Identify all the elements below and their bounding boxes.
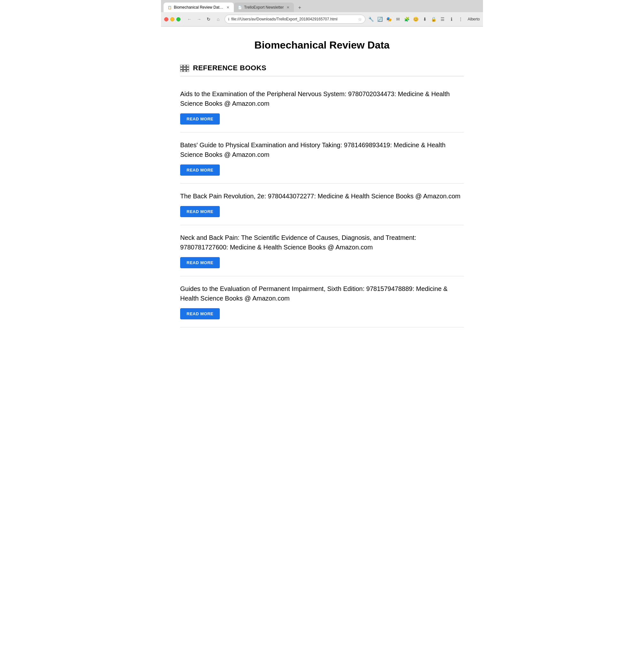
book-item-1: Aids to the Examination of the Periphera… — [180, 81, 464, 133]
book-list: Aids to the Examination of the Periphera… — [180, 81, 464, 327]
page-content: Biomechanical Review Data REFERENCE BOOK… — [161, 26, 483, 340]
svg-rect-1 — [183, 65, 186, 67]
tab-favicon-inactive: 📄 — [238, 5, 242, 9]
book-title-4: Neck and Back Pain: The Scientific Evide… — [180, 233, 464, 252]
address-info-icon: ℹ — [228, 17, 229, 21]
svg-rect-5 — [187, 67, 189, 69]
read-more-button-5[interactable]: READ MORE — [180, 308, 220, 319]
read-more-button-1[interactable]: READ MORE — [180, 113, 220, 124]
book-item-4: Neck and Back Pain: The Scientific Evide… — [180, 225, 464, 276]
svg-rect-7 — [183, 70, 186, 72]
book-title-3: The Back Pain Revolution, 2e: 9780443072… — [180, 191, 464, 201]
extension-icon-6[interactable]: 😊 — [412, 15, 420, 23]
bookmark-star-icon[interactable]: ☆ — [358, 17, 362, 22]
section-icon — [180, 64, 189, 72]
svg-rect-8 — [187, 70, 189, 72]
extension-icon-5[interactable]: 🧩 — [403, 15, 411, 23]
reload-button[interactable]: ↻ — [204, 15, 213, 24]
extension-icon-2[interactable]: 🔄 — [376, 15, 384, 23]
svg-rect-4 — [183, 67, 186, 69]
tab-close-inactive[interactable]: ✕ — [285, 5, 290, 9]
extension-icon-1[interactable]: 🔧 — [367, 15, 375, 23]
book-item-5: Guides to the Evaluation of Permanent Im… — [180, 276, 464, 327]
book-title-1: Aids to the Examination of the Periphera… — [180, 89, 464, 108]
read-more-button-4[interactable]: READ MORE — [180, 257, 220, 268]
section-title: REFERENCE BOOKS — [193, 64, 267, 72]
extension-icon-7[interactable]: ⬇ — [421, 15, 429, 23]
traffic-lights — [164, 17, 181, 21]
svg-rect-0 — [180, 65, 183, 67]
traffic-light-close[interactable] — [164, 17, 168, 21]
section-header: REFERENCE BOOKS — [180, 64, 464, 76]
tab-title-inactive: TrelloExport Newsletter — [244, 5, 284, 9]
tab-close-active[interactable]: ✕ — [226, 5, 230, 9]
extension-icon-4[interactable]: ✉ — [394, 15, 402, 23]
nav-buttons: ← → ↻ ⌂ — [185, 15, 223, 24]
user-name: Alberto — [468, 17, 480, 21]
extension-icon-menu[interactable]: ⋮ — [457, 15, 464, 23]
back-button[interactable]: ← — [185, 15, 194, 24]
extension-icon-8[interactable]: 🔒 — [430, 15, 438, 23]
toolbar-extensions: 🔧 🔄 🎭 ✉ 🧩 😊 ⬇ 🔒 ☰ ℹ ⋮ — [367, 15, 464, 23]
browser-toolbar: ← → ↻ ⌂ ℹ file:///Users/av/Downloads/Tre… — [161, 12, 483, 26]
book-item-2: Bates' Guide to Physical Examination and… — [180, 133, 464, 184]
forward-button[interactable]: → — [194, 15, 204, 24]
extension-icon-10[interactable]: ℹ — [448, 15, 456, 23]
svg-rect-2 — [187, 65, 189, 67]
address-text: file:///Users/av/Downloads/TrelloExport_… — [231, 17, 356, 21]
svg-rect-6 — [180, 70, 183, 72]
address-bar[interactable]: ℹ file:///Users/av/Downloads/TrelloExpor… — [225, 15, 365, 24]
tab-title-active: Biomechanical Review Data | T... — [174, 5, 224, 9]
traffic-light-fullscreen[interactable] — [176, 17, 181, 21]
tab-inactive[interactable]: 📄 TrelloExport Newsletter ✕ — [234, 3, 294, 12]
extension-icon-9[interactable]: ☰ — [439, 15, 446, 23]
extension-icon-3[interactable]: 🎭 — [385, 15, 393, 23]
read-more-button-3[interactable]: READ MORE — [180, 206, 220, 217]
book-item-3: The Back Pain Revolution, 2e: 9780443072… — [180, 184, 464, 225]
home-button[interactable]: ⌂ — [214, 15, 223, 24]
tab-favicon-active: 📋 — [167, 5, 172, 9]
tab-bar: 📋 Biomechanical Review Data | T... ✕ 📄 T… — [161, 0, 483, 12]
read-more-button-2[interactable]: READ MORE — [180, 164, 220, 175]
new-tab-button[interactable]: + — [295, 3, 304, 12]
svg-rect-3 — [180, 67, 183, 69]
browser-chrome: 📋 Biomechanical Review Data | T... ✕ 📄 T… — [161, 0, 483, 26]
page-title: Biomechanical Review Data — [180, 39, 464, 51]
book-title-2: Bates' Guide to Physical Examination and… — [180, 140, 464, 159]
tab-active[interactable]: 📋 Biomechanical Review Data | T... ✕ — [164, 3, 234, 12]
book-title-5: Guides to the Evaluation of Permanent Im… — [180, 284, 464, 303]
traffic-light-minimize[interactable] — [170, 17, 175, 21]
